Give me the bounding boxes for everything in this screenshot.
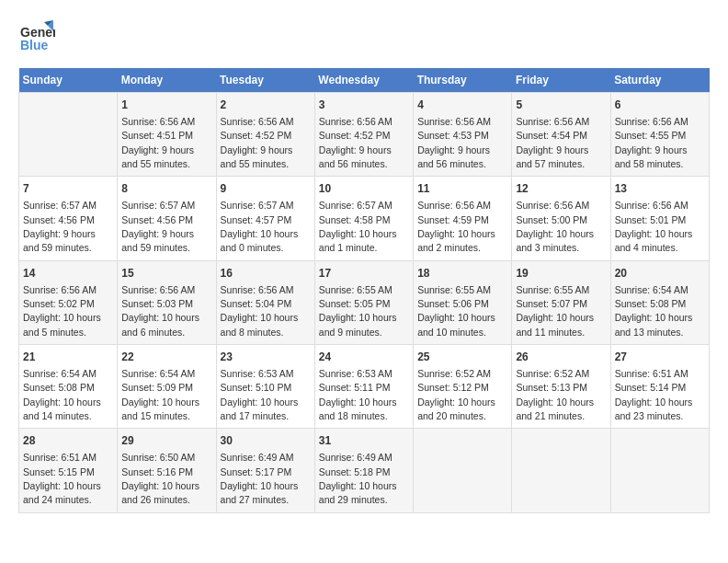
sunrise-info: Sunrise: 6:56 AM <box>417 200 491 211</box>
calendar-cell: 17 Sunrise: 6:55 AM Sunset: 5:05 PM Dayl… <box>314 260 413 344</box>
day-number: 11 <box>417 181 507 197</box>
sunrise-info: Sunrise: 6:56 AM <box>615 200 688 211</box>
weekday-header-wednesday: Wednesday <box>314 68 413 93</box>
sunset-info: Sunset: 5:08 PM <box>23 382 95 393</box>
calendar-cell: 22 Sunrise: 6:54 AM Sunset: 5:09 PM Dayl… <box>118 345 216 429</box>
daylight-info: Daylight: 10 hours and 5 minutes. <box>23 312 101 337</box>
calendar-cell: 12 Sunrise: 6:56 AM Sunset: 5:00 PM Dayl… <box>512 177 610 260</box>
daylight-info: Daylight: 10 hours and 1 minute. <box>319 228 397 253</box>
sunset-info: Sunset: 5:16 PM <box>121 466 193 477</box>
sunrise-info: Sunrise: 6:52 AM <box>417 368 491 379</box>
daylight-info: Daylight: 10 hours and 10 minutes. <box>417 312 495 337</box>
calendar-cell: 19 Sunrise: 6:55 AM Sunset: 5:07 PM Dayl… <box>512 260 610 344</box>
day-number: 30 <box>221 433 311 449</box>
daylight-info: Daylight: 10 hours and 4 minutes. <box>615 228 693 253</box>
day-number: 31 <box>319 433 409 449</box>
sunrise-info: Sunrise: 6:49 AM <box>221 452 294 463</box>
sunrise-info: Sunrise: 6:56 AM <box>319 116 392 127</box>
calendar-cell: 18 Sunrise: 6:55 AM Sunset: 5:06 PM Dayl… <box>414 260 512 344</box>
sunrise-info: Sunrise: 6:51 AM <box>615 368 688 379</box>
calendar-cell: 20 Sunrise: 6:54 AM Sunset: 5:08 PM Dayl… <box>610 260 709 344</box>
sunset-info: Sunset: 5:04 PM <box>221 298 292 309</box>
sunset-info: Sunset: 4:51 PM <box>121 130 193 141</box>
sunset-info: Sunset: 4:59 PM <box>417 214 489 225</box>
day-number: 9 <box>221 181 311 197</box>
day-number: 17 <box>319 266 409 282</box>
daylight-info: Daylight: 10 hours and 29 minutes. <box>319 480 397 505</box>
day-number: 14 <box>23 266 113 282</box>
day-number: 12 <box>516 181 606 197</box>
calendar-week-5: 28 Sunrise: 6:51 AM Sunset: 5:15 PM Dayl… <box>19 429 710 512</box>
weekday-header-monday: Monday <box>118 68 216 93</box>
calendar-cell: 10 Sunrise: 6:57 AM Sunset: 4:58 PM Dayl… <box>314 177 413 260</box>
daylight-info: Daylight: 9 hours and 58 minutes. <box>615 144 688 169</box>
calendar-cell: 21 Sunrise: 6:54 AM Sunset: 5:08 PM Dayl… <box>19 345 118 429</box>
sunrise-info: Sunrise: 6:54 AM <box>615 284 688 295</box>
sunset-info: Sunset: 5:03 PM <box>121 298 193 309</box>
sunrise-info: Sunrise: 6:56 AM <box>23 284 97 295</box>
calendar-cell: 28 Sunrise: 6:51 AM Sunset: 5:15 PM Dayl… <box>19 429 118 512</box>
day-number: 2 <box>221 98 311 113</box>
calendar-cell: 15 Sunrise: 6:56 AM Sunset: 5:03 PM Dayl… <box>118 260 216 344</box>
day-number: 20 <box>615 266 705 282</box>
sunrise-info: Sunrise: 6:50 AM <box>121 452 195 463</box>
sunset-info: Sunset: 5:00 PM <box>516 214 587 225</box>
calendar-cell: 26 Sunrise: 6:52 AM Sunset: 5:13 PM Dayl… <box>512 345 610 429</box>
sunrise-info: Sunrise: 6:53 AM <box>221 368 294 379</box>
daylight-info: Daylight: 10 hours and 23 minutes. <box>615 396 693 421</box>
daylight-info: Daylight: 10 hours and 2 minutes. <box>417 228 495 253</box>
day-number: 3 <box>319 98 409 113</box>
sunrise-info: Sunrise: 6:55 AM <box>319 284 392 295</box>
day-number: 15 <box>121 266 211 282</box>
page-header: General Blue <box>18 18 710 59</box>
sunset-info: Sunset: 4:53 PM <box>417 130 489 141</box>
day-number: 26 <box>516 350 606 365</box>
daylight-info: Daylight: 10 hours and 27 minutes. <box>221 480 299 505</box>
daylight-info: Daylight: 9 hours and 55 minutes. <box>121 144 194 169</box>
calendar-week-2: 7 Sunrise: 6:57 AM Sunset: 4:56 PM Dayli… <box>19 177 710 260</box>
calendar-cell: 25 Sunrise: 6:52 AM Sunset: 5:12 PM Dayl… <box>414 345 512 429</box>
sunset-info: Sunset: 5:17 PM <box>221 466 292 477</box>
sunrise-info: Sunrise: 6:52 AM <box>516 368 589 379</box>
calendar-cell <box>19 93 118 177</box>
sunrise-info: Sunrise: 6:55 AM <box>516 284 589 295</box>
calendar-cell: 8 Sunrise: 6:57 AM Sunset: 4:56 PM Dayli… <box>118 177 216 260</box>
day-number: 5 <box>516 98 606 113</box>
daylight-info: Daylight: 9 hours and 55 minutes. <box>221 144 293 169</box>
daylight-info: Daylight: 10 hours and 24 minutes. <box>23 480 101 505</box>
calendar-table: SundayMondayTuesdayWednesdayThursdayFrid… <box>18 68 710 513</box>
logo-icon: General Blue <box>18 18 55 59</box>
day-number: 10 <box>319 181 409 197</box>
calendar-week-1: 1 Sunrise: 6:56 AM Sunset: 4:51 PM Dayli… <box>19 93 710 177</box>
day-number: 6 <box>615 98 705 113</box>
calendar-cell: 14 Sunrise: 6:56 AM Sunset: 5:02 PM Dayl… <box>19 260 118 344</box>
daylight-info: Daylight: 10 hours and 13 minutes. <box>615 312 693 337</box>
sunset-info: Sunset: 5:01 PM <box>615 214 687 225</box>
sunset-info: Sunset: 5:13 PM <box>516 382 587 393</box>
daylight-info: Daylight: 10 hours and 9 minutes. <box>319 312 397 337</box>
sunrise-info: Sunrise: 6:57 AM <box>121 200 195 211</box>
sunrise-info: Sunrise: 6:49 AM <box>319 452 392 463</box>
sunrise-info: Sunrise: 6:57 AM <box>23 200 97 211</box>
daylight-info: Daylight: 10 hours and 20 minutes. <box>417 396 495 421</box>
calendar-cell: 23 Sunrise: 6:53 AM Sunset: 5:10 PM Dayl… <box>216 345 314 429</box>
calendar-cell <box>414 429 512 512</box>
daylight-info: Daylight: 10 hours and 11 minutes. <box>516 312 594 337</box>
day-number: 22 <box>121 350 211 365</box>
sunset-info: Sunset: 4:55 PM <box>615 130 687 141</box>
sunrise-info: Sunrise: 6:53 AM <box>319 368 392 379</box>
calendar-cell: 2 Sunrise: 6:56 AM Sunset: 4:52 PM Dayli… <box>216 93 314 177</box>
sunset-info: Sunset: 5:14 PM <box>615 382 687 393</box>
logo: General Blue <box>18 18 55 59</box>
sunset-info: Sunset: 5:06 PM <box>417 298 489 309</box>
daylight-info: Daylight: 10 hours and 14 minutes. <box>23 396 101 421</box>
sunset-info: Sunset: 5:07 PM <box>516 298 587 309</box>
sunrise-info: Sunrise: 6:56 AM <box>221 284 294 295</box>
daylight-info: Daylight: 9 hours and 57 minutes. <box>516 144 588 169</box>
sunrise-info: Sunrise: 6:56 AM <box>516 116 589 127</box>
sunrise-info: Sunrise: 6:51 AM <box>23 452 97 463</box>
sunrise-info: Sunrise: 6:56 AM <box>121 116 195 127</box>
calendar-cell: 3 Sunrise: 6:56 AM Sunset: 4:52 PM Dayli… <box>314 93 413 177</box>
calendar-cell: 7 Sunrise: 6:57 AM Sunset: 4:56 PM Dayli… <box>19 177 118 260</box>
calendar-week-4: 21 Sunrise: 6:54 AM Sunset: 5:08 PM Dayl… <box>19 345 710 429</box>
